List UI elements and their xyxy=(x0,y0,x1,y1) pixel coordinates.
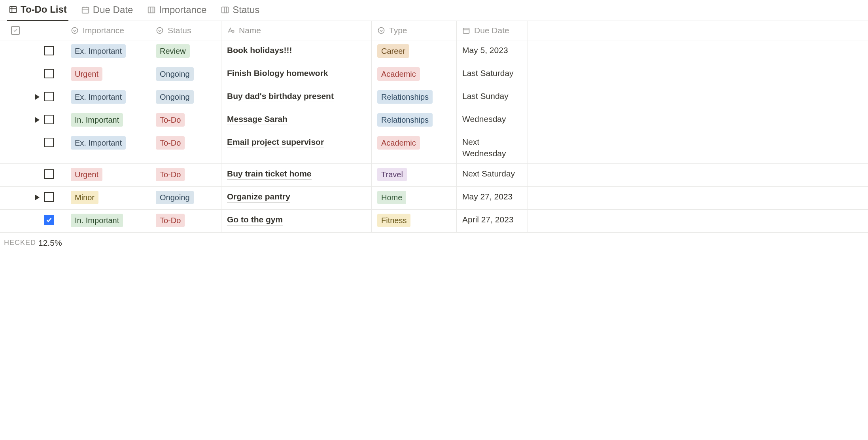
name-cell[interactable]: Organize pantry xyxy=(221,187,372,209)
importance-cell[interactable]: Urgent xyxy=(65,164,150,186)
task-name[interactable]: Book holidays!!! xyxy=(227,44,292,56)
importance-tag: Ex. Important xyxy=(71,44,126,58)
row-spacer xyxy=(528,109,868,132)
due-date-cell[interactable]: Last Saturday xyxy=(457,63,528,86)
row-checkbox[interactable] xyxy=(44,169,54,179)
svg-point-16 xyxy=(378,28,384,34)
row-checkbox[interactable] xyxy=(44,69,54,78)
task-name[interactable]: Go to the gym xyxy=(227,214,283,226)
tab-importance[interactable]: Importance xyxy=(146,0,208,20)
column-checkbox[interactable] xyxy=(0,21,65,40)
row-checkbox[interactable] xyxy=(44,92,54,101)
svg-rect-3 xyxy=(82,8,89,13)
due-date-text: May 27, 2023 xyxy=(462,191,512,202)
status-cell[interactable]: To-Do xyxy=(150,109,221,132)
importance-cell[interactable]: Ex. Important xyxy=(65,40,150,63)
table-row[interactable]: Ex. ImportantTo-DoEmail project supervis… xyxy=(0,132,868,164)
header-label: Status xyxy=(168,26,191,35)
expand-toggle-icon[interactable] xyxy=(35,117,40,123)
view-tabs: To-Do List Due Date Importance Status xyxy=(0,0,868,21)
due-date-cell[interactable]: May 5, 2023 xyxy=(457,40,528,63)
type-cell[interactable]: Relationships xyxy=(372,86,457,109)
column-due-date[interactable]: Due Date xyxy=(457,21,528,40)
row-checkbox[interactable] xyxy=(44,138,54,147)
column-importance[interactable]: Importance xyxy=(65,21,150,40)
header-label: Importance xyxy=(83,26,124,35)
task-name[interactable]: Buy dad's birthday present xyxy=(227,90,334,102)
status-tag: To-Do xyxy=(156,136,185,150)
table-row[interactable]: UrgentOngoingFinish Biology homeworkAcad… xyxy=(0,63,868,86)
row-checkbox[interactable] xyxy=(44,115,54,124)
type-cell[interactable]: Career xyxy=(372,40,457,63)
svg-rect-10 xyxy=(222,7,229,13)
status-cell[interactable]: Ongoing xyxy=(150,187,221,209)
task-name[interactable]: Organize pantry xyxy=(227,191,290,203)
svg-point-13 xyxy=(72,28,78,34)
type-cell[interactable]: Academic xyxy=(372,63,457,86)
table-row[interactable]: In. ImportantTo-DoGo to the gymFitnessAp… xyxy=(0,210,868,233)
due-date-cell[interactable]: April 27, 2023 xyxy=(457,210,528,232)
status-cell[interactable]: Review xyxy=(150,40,221,63)
table-row[interactable]: Ex. ImportantReviewBook holidays!!!Caree… xyxy=(0,40,868,63)
due-date-text: Last Sunday xyxy=(462,90,509,102)
importance-cell[interactable]: In. Important xyxy=(65,210,150,232)
table-icon xyxy=(9,5,17,14)
name-cell[interactable]: Message Sarah xyxy=(221,109,372,132)
tab-todo-list[interactable]: To-Do List xyxy=(7,0,68,21)
footer-value: 12.5% xyxy=(38,238,62,248)
status-cell[interactable]: To-Do xyxy=(150,132,221,163)
name-cell[interactable]: Email project supervisor xyxy=(221,132,372,163)
name-cell[interactable]: Finish Biology homework xyxy=(221,63,372,86)
name-cell[interactable]: Go to the gym xyxy=(221,210,372,232)
column-name[interactable]: Name xyxy=(221,21,372,40)
calendar-icon xyxy=(462,27,470,34)
select-icon xyxy=(377,27,385,34)
expand-toggle-icon[interactable] xyxy=(35,195,40,200)
importance-cell[interactable]: Ex. Important xyxy=(65,86,150,109)
type-tag: Home xyxy=(377,191,406,204)
importance-cell[interactable]: Ex. Important xyxy=(65,132,150,163)
type-cell[interactable]: Academic xyxy=(372,132,457,163)
type-cell[interactable]: Travel xyxy=(372,164,457,186)
task-name[interactable]: Finish Biology homework xyxy=(227,67,328,79)
task-name[interactable]: Message Sarah xyxy=(227,113,287,125)
table-row[interactable]: UrgentTo-DoBuy train ticket homeTravelNe… xyxy=(0,164,868,187)
type-cell[interactable]: Home xyxy=(372,187,457,209)
type-cell[interactable]: Relationships xyxy=(372,109,457,132)
status-cell[interactable]: Ongoing xyxy=(150,86,221,109)
tab-label: Importance xyxy=(159,4,206,15)
tab-due-date[interactable]: Due Date xyxy=(79,0,134,20)
due-date-cell[interactable]: May 27, 2023 xyxy=(457,187,528,209)
due-date-cell[interactable]: Last Sunday xyxy=(457,86,528,109)
type-tag: Academic xyxy=(377,67,420,81)
importance-cell[interactable]: Minor xyxy=(65,187,150,209)
task-name[interactable]: Buy train ticket home xyxy=(227,168,312,180)
name-cell[interactable]: Buy train ticket home xyxy=(221,164,372,186)
table-row[interactable]: Ex. ImportantOngoingBuy dad's birthday p… xyxy=(0,86,868,109)
importance-cell[interactable]: Urgent xyxy=(65,63,150,86)
importance-tag: Urgent xyxy=(71,67,102,81)
column-type[interactable]: Type xyxy=(372,21,457,40)
status-cell[interactable]: To-Do xyxy=(150,164,221,186)
due-date-cell[interactable]: Wednesday xyxy=(457,109,528,132)
task-name[interactable]: Email project supervisor xyxy=(227,136,324,148)
expand-toggle-icon[interactable] xyxy=(35,94,40,100)
type-cell[interactable]: Fitness xyxy=(372,210,457,232)
header-label: Type xyxy=(389,26,407,35)
row-checkbox[interactable] xyxy=(44,192,54,202)
row-spacer xyxy=(528,40,868,63)
status-cell[interactable]: Ongoing xyxy=(150,63,221,86)
importance-cell[interactable]: In. Important xyxy=(65,109,150,132)
column-status[interactable]: Status xyxy=(150,21,221,40)
name-cell[interactable]: Book holidays!!! xyxy=(221,40,372,63)
due-date-cell[interactable]: Next Saturday xyxy=(457,164,528,186)
tab-status[interactable]: Status xyxy=(219,0,261,20)
table-row[interactable]: In. ImportantTo-DoMessage SarahRelations… xyxy=(0,109,868,132)
row-checkbox[interactable] xyxy=(44,46,54,55)
row-checkbox[interactable] xyxy=(44,215,54,225)
table-row[interactable]: MinorOngoingOrganize pantryHomeMay 27, 2… xyxy=(0,187,868,210)
name-cell[interactable]: Buy dad's birthday present xyxy=(221,86,372,109)
status-cell[interactable]: To-Do xyxy=(150,210,221,232)
due-date-cell[interactable]: Next Wednesday xyxy=(457,132,528,163)
checkbox-cell xyxy=(0,187,65,209)
